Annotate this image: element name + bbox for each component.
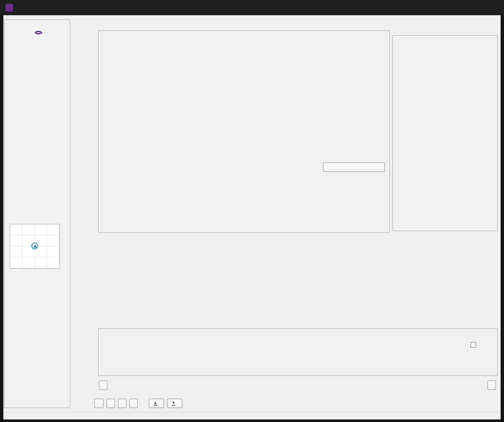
position-marker-icon [31, 243, 38, 249]
ffb-axes-box [98, 328, 498, 376]
export-button[interactable] [167, 399, 182, 408]
position-indicator [10, 224, 60, 269]
auto-calibrate-button[interactable] [99, 381, 107, 390]
reset-config-button[interactable] [488, 381, 496, 390]
app-icon [5, 4, 13, 11]
close-button[interactable] [485, 0, 504, 15]
load-settings-button[interactable] [118, 399, 126, 408]
apply-settings-button[interactable] [107, 399, 115, 408]
game-controller-settings-button[interactable] [323, 163, 385, 172]
vpforce-logo [5, 23, 70, 42]
raw-button-panel [73, 19, 92, 21]
store-settings-button[interactable] [129, 399, 138, 408]
import-icon [153, 401, 158, 406]
window-controls [446, 0, 504, 15]
bottom-toolbar [94, 399, 182, 408]
import-button[interactable] [149, 399, 164, 408]
logo-vp-text [35, 31, 42, 34]
export-icon [171, 401, 176, 406]
client-area [3, 15, 501, 419]
maximize-button[interactable] [465, 0, 485, 15]
refresh-button[interactable] [94, 399, 104, 408]
minimize-button[interactable] [446, 0, 465, 15]
swap-checkbox[interactable] [471, 342, 479, 348]
expert-settings-panel [392, 35, 498, 231]
telemetry-panel [4, 19, 70, 408]
titlebar [0, 0, 504, 15]
swap-checkbox-box[interactable] [471, 342, 476, 348]
settings-tab-panel [98, 30, 390, 233]
app-window [0, 0, 504, 422]
status-bar [3, 412, 501, 419]
